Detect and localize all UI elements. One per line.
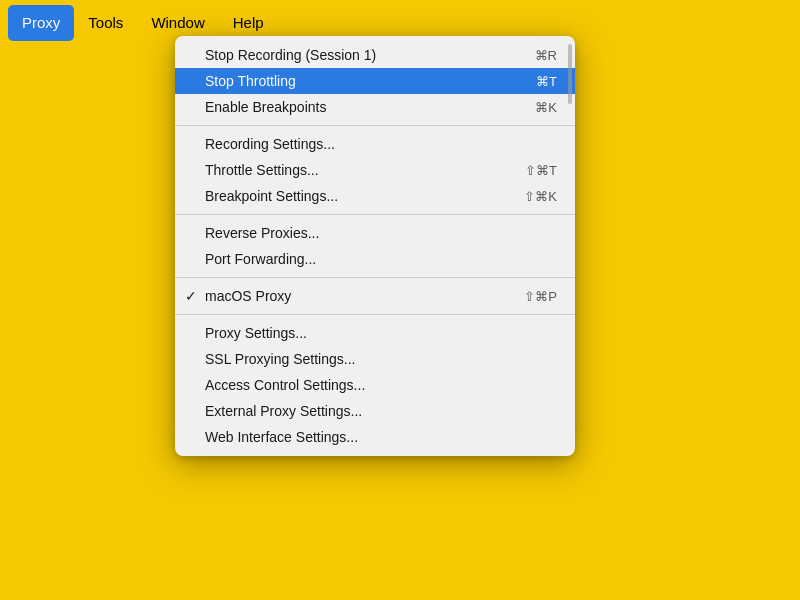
menu-item-web-interface-settings[interactable]: Web Interface Settings... <box>175 424 575 450</box>
menu-item-enable-breakpoints[interactable]: Enable Breakpoints ⌘K <box>175 94 575 120</box>
separator-4 <box>175 314 575 315</box>
menubar-item-proxy[interactable]: Proxy <box>8 5 74 41</box>
menubar-proxy-label: Proxy <box>22 14 60 31</box>
recording-settings-label: Recording Settings... <box>205 136 557 152</box>
menu-item-throttle-settings[interactable]: Throttle Settings... ⇧⌘T <box>175 157 575 183</box>
menubar-item-tools[interactable]: Tools <box>74 5 137 41</box>
menubar-tools-label: Tools <box>88 14 123 31</box>
macos-proxy-shortcut: ⇧⌘P <box>524 289 557 304</box>
menu-item-external-proxy-settings[interactable]: External Proxy Settings... <box>175 398 575 424</box>
separator-2 <box>175 214 575 215</box>
menu-item-access-control-settings[interactable]: Access Control Settings... <box>175 372 575 398</box>
menu-item-recording-settings[interactable]: Recording Settings... <box>175 131 575 157</box>
menu-item-stop-recording[interactable]: Stop Recording (Session 1) ⌘R <box>175 42 575 68</box>
macos-proxy-check: ✓ <box>185 288 197 304</box>
throttle-settings-label: Throttle Settings... <box>205 162 525 178</box>
breakpoint-settings-label: Breakpoint Settings... <box>205 188 524 204</box>
external-proxy-settings-label: External Proxy Settings... <box>205 403 557 419</box>
enable-breakpoints-shortcut: ⌘K <box>535 100 557 115</box>
proxy-settings-label: Proxy Settings... <box>205 325 557 341</box>
access-control-settings-label: Access Control Settings... <box>205 377 557 393</box>
menu-item-breakpoint-settings[interactable]: Breakpoint Settings... ⇧⌘K <box>175 183 575 209</box>
stop-recording-shortcut: ⌘R <box>535 48 557 63</box>
menu-item-macos-proxy[interactable]: ✓ macOS Proxy ⇧⌘P <box>175 283 575 309</box>
separator-3 <box>175 277 575 278</box>
macos-proxy-label: macOS Proxy <box>205 288 524 304</box>
menu-item-reverse-proxies[interactable]: Reverse Proxies... <box>175 220 575 246</box>
web-interface-settings-label: Web Interface Settings... <box>205 429 557 445</box>
breakpoint-settings-shortcut: ⇧⌘K <box>524 189 557 204</box>
ssl-proxying-settings-label: SSL Proxying Settings... <box>205 351 557 367</box>
port-forwarding-label: Port Forwarding... <box>205 251 557 267</box>
proxy-dropdown-menu: Stop Recording (Session 1) ⌘R Stop Throt… <box>175 36 575 456</box>
stop-throttling-shortcut: ⌘T <box>536 74 557 89</box>
reverse-proxies-label: Reverse Proxies... <box>205 225 557 241</box>
enable-breakpoints-label: Enable Breakpoints <box>205 99 535 115</box>
stop-throttling-label: Stop Throttling <box>205 73 536 89</box>
menubar-window-label: Window <box>151 14 204 31</box>
menu-item-stop-throttling[interactable]: Stop Throttling ⌘T <box>175 68 575 94</box>
menubar-help-label: Help <box>233 14 264 31</box>
menu-item-proxy-settings[interactable]: Proxy Settings... <box>175 320 575 346</box>
separator-1 <box>175 125 575 126</box>
stop-recording-label: Stop Recording (Session 1) <box>205 47 535 63</box>
menu-item-port-forwarding[interactable]: Port Forwarding... <box>175 246 575 272</box>
menu-item-ssl-proxying-settings[interactable]: SSL Proxying Settings... <box>175 346 575 372</box>
throttle-settings-shortcut: ⇧⌘T <box>525 163 557 178</box>
